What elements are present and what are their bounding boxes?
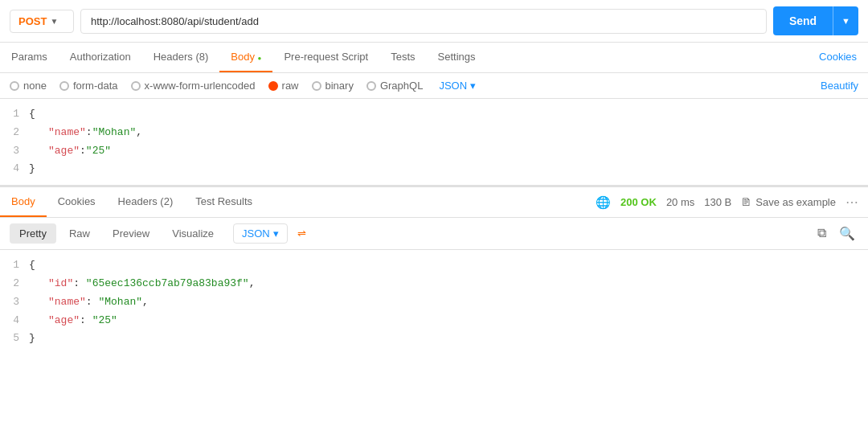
tab-params[interactable]: Params [0,43,59,72]
resp-line-4: 4 "age": "25" [0,312,868,330]
method-select[interactable]: POST ▼ [10,10,74,33]
request-tabs: Params Authorization Headers (8) Body ● … [0,43,868,73]
resp-line-num-2: 2 [0,276,29,293]
json-format-chevron-icon: ▾ [273,227,279,240]
json-chevron-icon-req: ▾ [470,80,476,92]
response-meta: 🌐 200 OK 20 ms 130 B 🖹 Save as example ⋯ [596,195,868,210]
filter-button[interactable]: ⇌ [297,227,306,240]
body-options: none form-data x-www-form-urlencoded raw… [0,73,868,99]
save-icon: 🖹 [741,196,751,208]
send-button[interactable]: Send ▼ [773,6,858,35]
more-options-icon[interactable]: ⋯ [845,195,858,210]
req-line-1: 1 { [0,105,868,124]
resp-line-content-5: } [29,330,868,347]
req-line-num-4: 4 [0,161,29,178]
save-example-button[interactable]: 🖹 Save as example [741,196,836,208]
req-line-content-3: "age":"25" [29,143,868,160]
method-label: POST [18,15,47,27]
json-format-label-req: JSON [439,80,467,92]
tab-prerequest[interactable]: Pre-request Script [272,43,379,72]
resp-line-3: 3 "name": "Mohan", [0,293,868,312]
view-tab-raw[interactable]: Raw [59,223,100,244]
tab-settings[interactable]: Settings [427,43,487,72]
radio-none [10,81,19,91]
req-line-content-4: } [29,161,868,178]
tab-cookies-req[interactable]: Cookies [808,43,868,72]
status-code: 200 OK [620,196,657,208]
req-line-num-3: 3 [0,143,29,160]
option-form-data[interactable]: form-data [59,80,118,92]
globe-icon: 🌐 [596,195,611,210]
option-none-label: none [23,80,47,92]
radio-graphql [366,81,376,91]
resp-tab-test-results[interactable]: Test Results [184,187,264,217]
tab-tests[interactable]: Tests [379,43,426,72]
req-line-4: 4 } [0,160,868,178]
resp-line-num-4: 4 [0,313,29,330]
radio-binary [312,81,321,91]
resp-line-num-1: 1 [0,257,29,274]
req-line-num-2: 2 [0,125,29,141]
json-format-label-resp: JSON [242,227,270,240]
resp-line-content-2: "id": "65eec136ccb7ab79a83ba93f", [29,276,868,293]
option-urlencoded[interactable]: x-www-form-urlencoded [131,80,256,92]
resp-tab-headers[interactable]: Headers (2) [107,187,185,217]
tab-headers[interactable]: Headers (8) [142,43,220,72]
method-chevron-icon: ▼ [50,17,58,26]
option-form-data-label: form-data [73,80,118,92]
radio-urlencoded [131,81,141,91]
resp-tab-cookies[interactable]: Cookies [47,187,107,217]
response-tabs-bar: Body Cookies Headers (2) Test Results 🌐 … [0,187,868,218]
tab-body[interactable]: Body ● [219,43,272,72]
option-binary-label: binary [326,80,354,92]
view-tab-visualize[interactable]: Visualize [162,223,223,244]
view-tab-pretty[interactable]: Pretty [10,223,56,244]
resp-line-num-5: 5 [0,330,29,347]
filter-icon: ⇌ [297,227,306,240]
option-raw-label: raw [282,80,299,92]
beautify-button[interactable]: Beautify [821,80,858,92]
option-binary[interactable]: binary [312,80,354,92]
resp-line-content-1: { [29,257,868,274]
view-tab-preview[interactable]: Preview [103,223,159,244]
json-format-select-resp[interactable]: JSON ▾ [233,223,288,244]
option-graphql-label: GraphQL [380,80,423,92]
copy-icon[interactable]: ⧉ [814,223,829,244]
radio-form-data [59,81,69,91]
url-bar: POST ▼ Send ▼ [0,0,868,43]
response-time: 20 ms [666,196,694,208]
response-size: 130 B [704,196,731,208]
resp-line-num-3: 3 [0,294,29,311]
view-tabs: Pretty Raw Preview Visualize JSON ▾ ⇌ ⧉ … [0,218,868,250]
url-input[interactable] [80,9,767,34]
req-line-3: 3 "age":"25" [0,142,868,161]
search-icon[interactable]: 🔍 [836,223,858,244]
send-chevron-icon: ▼ [833,10,858,32]
response-code: 1 { 2 "id": "65eec136ccb7ab79a83ba93f", … [0,250,868,354]
radio-raw [268,81,278,91]
option-urlencoded-label: x-www-form-urlencoded [145,80,256,92]
resp-line-1: 1 { [0,256,868,275]
option-none[interactable]: none [10,80,47,92]
option-raw[interactable]: raw [268,80,299,92]
resp-line-2: 2 "id": "65eec136ccb7ab79a83ba93f", [0,275,868,293]
save-example-label: Save as example [755,196,836,208]
tab-authorization[interactable]: Authorization [59,43,142,72]
req-line-num-1: 1 [0,106,29,123]
resp-tab-body[interactable]: Body [0,187,47,217]
send-label: Send [773,8,833,34]
req-line-content-1: { [29,106,868,123]
resp-line-5: 5 } [0,330,868,348]
resp-line-content-4: "age": "25" [29,313,868,330]
option-graphql[interactable]: GraphQL [366,80,423,92]
req-line-2: 2 "name":"Mohan", [0,124,868,142]
view-tab-icons: ⧉ 🔍 [814,223,858,244]
req-line-content-2: "name":"Mohan", [29,125,868,141]
resp-line-content-3: "name": "Mohan", [29,294,868,311]
json-format-select-req[interactable]: JSON ▾ [439,80,476,92]
request-code-editor: 1 { 2 "name":"Mohan", 3 "age":"25" 4 } [0,99,868,187]
